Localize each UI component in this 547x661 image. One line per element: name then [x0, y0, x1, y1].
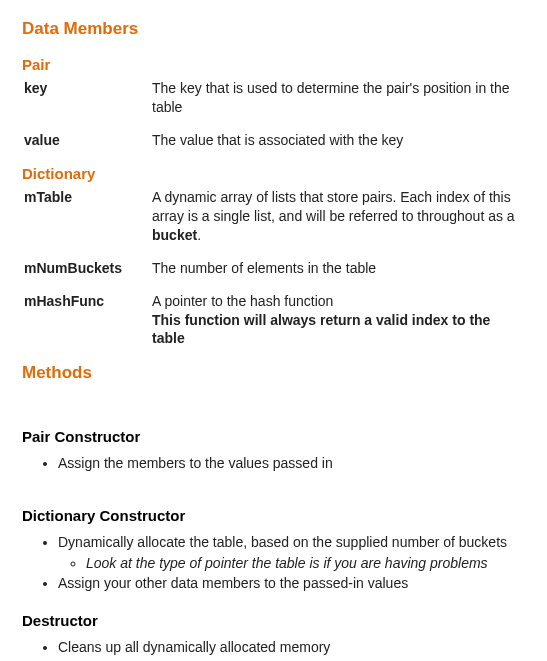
desc-line1: A pointer to the hash function: [152, 292, 521, 311]
section-title-data-members: Data Members: [22, 18, 525, 41]
member-row-mnumbuckets: mNumBuckets The number of elements in th…: [22, 259, 525, 278]
list-item: Cleans up all dynamically allocated memo…: [58, 638, 525, 661]
list-item: Assign the members to the values passed …: [58, 454, 525, 473]
method-bullets-destructor: Cleans up all dynamically allocated memo…: [22, 638, 525, 661]
method-title-pair-constructor: Pair Constructor: [22, 427, 525, 447]
member-name: mHashFunc: [22, 292, 152, 349]
member-desc: A dynamic array of lists that store pair…: [152, 188, 525, 245]
member-name: value: [22, 131, 152, 150]
desc-text-pre: A dynamic array of lists that store pair…: [152, 189, 515, 224]
desc-text-post: .: [197, 227, 201, 243]
subsection-title-pair: Pair: [22, 55, 525, 75]
member-name: mNumBuckets: [22, 259, 152, 278]
member-row-key: key The key that is used to determine th…: [22, 79, 525, 117]
method-title-dictionary-constructor: Dictionary Constructor: [22, 506, 525, 526]
list-item: Look at the type of pointer the table is…: [86, 554, 525, 573]
member-row-mhashfunc: mHashFunc A pointer to the hash function…: [22, 292, 525, 349]
section-title-methods: Methods: [22, 362, 525, 385]
list-item: Assign your other data members to the pa…: [58, 574, 525, 593]
method-bullets-dictionary-constructor: Dynamically allocate the table, based on…: [22, 533, 525, 594]
member-desc: The value that is associated with the ke…: [152, 131, 525, 150]
desc-text-bold: bucket: [152, 227, 197, 243]
method-title-destructor: Destructor: [22, 611, 525, 631]
sub-bullets: Look at the type of pointer the table is…: [58, 554, 525, 573]
member-desc: A pointer to the hash function This func…: [152, 292, 525, 349]
bullet-text: Dynamically allocate the table, based on…: [58, 534, 507, 550]
desc-line2: This function will always return a valid…: [152, 311, 521, 349]
member-desc: The number of elements in the table: [152, 259, 525, 278]
subsection-title-dictionary: Dictionary: [22, 164, 525, 184]
member-row-value: value The value that is associated with …: [22, 131, 525, 150]
list-item: Dynamically allocate the table, based on…: [58, 533, 525, 573]
member-name: key: [22, 79, 152, 117]
method-bullets-pair-constructor: Assign the members to the values passed …: [22, 454, 525, 473]
member-row-mtable: mTable A dynamic array of lists that sto…: [22, 188, 525, 245]
bullet-text: Cleans up all dynamically allocated memo…: [58, 639, 330, 655]
member-desc: The key that is used to determine the pa…: [152, 79, 525, 117]
member-name: mTable: [22, 188, 152, 245]
